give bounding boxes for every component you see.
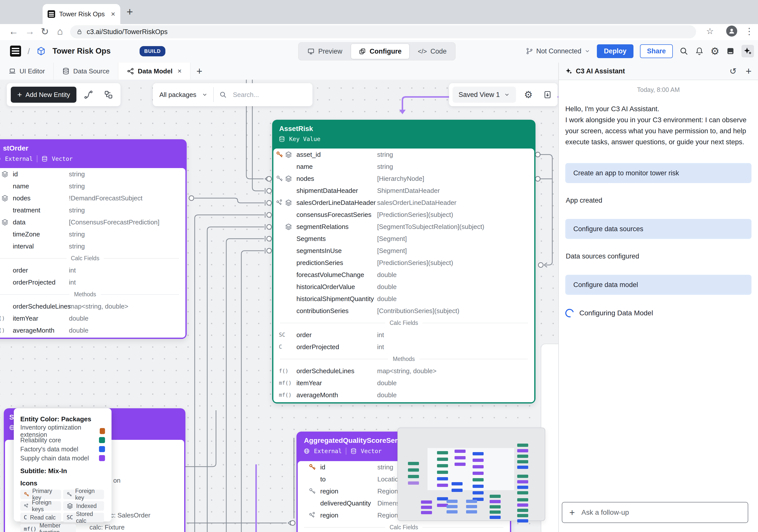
mode-tab-configure[interactable]: Configure xyxy=(351,44,409,59)
reload-icon[interactable]: ↻ xyxy=(41,26,49,37)
back-icon[interactable]: ← xyxy=(9,26,18,37)
field-row[interactable]: timeZonestring xyxy=(0,228,186,240)
ai-assistant-sparkles-icon[interactable] xyxy=(741,45,754,57)
minimap-entity-bar xyxy=(421,506,432,509)
side-panel-icon[interactable] xyxy=(726,47,735,55)
export-download-icon[interactable] xyxy=(541,87,554,103)
field-row[interactable]: historicalOrderValuedouble xyxy=(273,281,534,293)
browser-menu-icon[interactable]: ⋮ xyxy=(745,26,754,37)
tab-label: Data Source xyxy=(73,67,110,75)
view-settings-gear-icon[interactable]: ⚙ xyxy=(522,87,535,103)
share-button[interactable]: Share xyxy=(640,44,673,58)
window-zoom-button[interactable] xyxy=(30,7,36,14)
tab-data-source[interactable]: Data Source xyxy=(53,63,118,80)
field-row[interactable]: segmentsInUse[Segment] xyxy=(273,245,534,257)
entity-search-input[interactable] xyxy=(232,91,306,99)
section-divider: Methods xyxy=(0,288,186,300)
field-row[interactable]: historicalShipmentQuantitydouble xyxy=(273,293,534,305)
home-icon[interactable]: ⌂ xyxy=(57,26,63,37)
entity-forecast-order[interactable]: stOrderExternalVectoridstringnamestringn… xyxy=(0,139,187,339)
field-row[interactable]: CorderProjectedint xyxy=(273,341,534,353)
window-minimize-button[interactable] xyxy=(19,7,26,14)
field-row[interactable]: salesOrderLineDataHeadersalesOrderLineDa… xyxy=(273,197,534,209)
field-row[interactable]: f()orderScheduleLinesmap<string, double> xyxy=(273,365,534,377)
mode-tab-preview[interactable]: Preview xyxy=(300,44,350,59)
search-icon[interactable] xyxy=(679,47,688,55)
field-row[interactable]: orderProjectedint xyxy=(0,276,186,288)
search-icon xyxy=(219,91,227,98)
field-row[interactable]: mf()averageMonthdouble xyxy=(0,324,186,336)
browser-tab[interactable]: Tower Risk Ops × xyxy=(43,4,120,24)
field-type: string xyxy=(69,170,85,178)
field-row[interactable]: intervalstring xyxy=(0,240,186,252)
follow-up-inputbox[interactable]: + xyxy=(562,502,748,523)
field-row[interactable]: contributionSeries[ContributionSeries](s… xyxy=(273,305,534,317)
assistant-action-card[interactable]: Configure data sources xyxy=(565,219,751,239)
tab-close-icon[interactable]: × xyxy=(177,67,182,75)
field-row[interactable]: consensusForecastSeries[PredictionSeries… xyxy=(273,209,534,221)
history-icon[interactable]: ↺ xyxy=(729,66,737,76)
connection-status[interactable]: Not Connected xyxy=(526,47,590,55)
new-tab-button[interactable]: + xyxy=(126,6,133,18)
field-type: [ContributionSeries](subject) xyxy=(377,307,459,315)
settings-gear-icon[interactable]: ⚙ xyxy=(710,45,719,57)
field-row[interactable]: nodes!DemandForecastSubject xyxy=(0,192,186,204)
field-name: segmentsInUse xyxy=(296,247,342,255)
c3-logo[interactable] xyxy=(10,46,21,57)
auto-connect-icon[interactable] xyxy=(81,87,96,103)
field-row[interactable]: forecastVolumeChangedouble xyxy=(273,269,534,281)
forward-icon[interactable]: → xyxy=(25,26,35,37)
saved-view-selector[interactable]: Saved View 1 xyxy=(453,87,516,103)
field-row[interactable]: SCorderint xyxy=(273,329,534,341)
notifications-bell-icon[interactable] xyxy=(695,47,704,55)
browser-tab-title: Tower Risk Ops xyxy=(59,10,107,18)
field-row[interactable]: orderScheduleLinesmap<string, double> xyxy=(0,300,186,312)
tab-label: UI Editor xyxy=(19,67,45,75)
field-row[interactable]: orderint xyxy=(0,264,186,276)
assistant-action-card[interactable]: Configure data model xyxy=(565,275,751,295)
assistant-action-card[interactable]: Create an app to monitor tower risk xyxy=(565,163,751,183)
field-row[interactable]: nodes[HierarchyNode] xyxy=(273,173,534,184)
field-row[interactable]: treatmentstring xyxy=(0,204,186,216)
field-row[interactable]: namestring xyxy=(0,180,186,192)
packages-filter[interactable]: All packages xyxy=(159,91,196,99)
field-row[interactable]: mf()itemYeardouble xyxy=(0,312,186,324)
tab-ui-editor[interactable]: UI Editor xyxy=(0,63,53,80)
minimap-entity-bar xyxy=(437,458,448,461)
tab-data-model[interactable]: Data Model× xyxy=(118,63,190,80)
url-field[interactable]: c3.ai/Studio/TowerRiskOps xyxy=(70,25,696,38)
follow-up-input[interactable] xyxy=(581,508,741,517)
breadcrumb-separator: / xyxy=(27,46,30,56)
entity-asset-risk[interactable]: AssetRiskKey Valueasset_idstringnamestri… xyxy=(272,120,535,404)
mode-tab-code[interactable]: </>Code xyxy=(410,44,454,59)
tab-close-icon[interactable]: × xyxy=(111,10,115,18)
field-name: itemYear xyxy=(296,379,322,387)
field-row[interactable]: data[ConsensusForecastPrediction] xyxy=(0,216,186,228)
field-row[interactable]: namestring xyxy=(273,160,534,173)
data-model-canvas[interactable]: stOrderExternalVectoridstringnamestringn… xyxy=(0,80,558,532)
field-badge: f() xyxy=(279,368,289,374)
field-row[interactable]: mf()averageMonthdouble xyxy=(273,389,534,401)
minimap-entity-bar xyxy=(408,482,419,485)
field-row[interactable]: shipmentDataHeaderShipmentDataHeader xyxy=(273,184,534,197)
add-tab-button[interactable]: + xyxy=(190,63,208,80)
field-row[interactable]: Segments[Segment] xyxy=(273,233,534,245)
minimap-entity-bar xyxy=(490,516,500,519)
field-row[interactable]: asset_idstring xyxy=(273,149,534,160)
new-chat-icon[interactable]: + xyxy=(746,66,751,77)
deploy-button[interactable]: Deploy xyxy=(597,44,634,58)
field-row[interactable]: mf()itemYeardouble xyxy=(273,377,534,389)
minimap-entity-bar xyxy=(472,472,484,475)
field-row[interactable]: predictionSeries[PredictionSeries](subje… xyxy=(273,257,534,269)
indexed-icon xyxy=(285,223,292,230)
auto-layout-icon[interactable] xyxy=(100,87,117,103)
bookmark-star-icon[interactable]: ☆ xyxy=(706,26,714,36)
avatar[interactable] xyxy=(726,25,737,37)
add-new-entity-button[interactable]: + Add New Entity xyxy=(11,87,76,103)
field-row[interactable]: segmentRelations[SegmentToSubjectRelatio… xyxy=(273,221,534,233)
entity-fields: asset_idstringnamestringnodes[HierarchyN… xyxy=(273,149,534,402)
field-row[interactable]: idstring xyxy=(0,168,186,180)
minimap[interactable] xyxy=(397,428,545,521)
window-close-button[interactable] xyxy=(9,7,15,14)
attach-plus-icon[interactable]: + xyxy=(569,507,575,518)
